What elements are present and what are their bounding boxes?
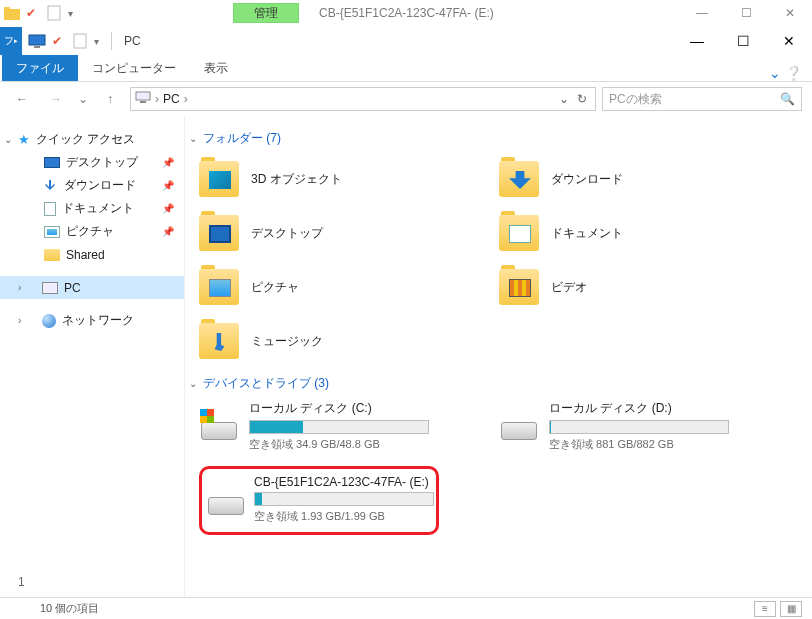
folder-label: 3D オブジェクト [251, 171, 342, 188]
nav-shared[interactable]: Shared [0, 243, 184, 266]
nav-up-button[interactable]: ↑ [96, 87, 124, 111]
ribbon-expand-button[interactable]: ⌄ ❔ [769, 65, 812, 81]
breadcrumb-pc[interactable]: PC [163, 92, 180, 106]
svg-rect-1 [4, 7, 10, 10]
nav-label: ダウンロード [64, 177, 136, 194]
address-end-controls: ⌄ ↻ [559, 92, 591, 106]
nav-recent-button[interactable]: ⌄ [76, 87, 90, 111]
usage-fill [550, 421, 551, 433]
desktop-icon [44, 157, 60, 168]
folder-videos[interactable]: ビデオ [499, 263, 739, 311]
nav-label: ネットワーク [62, 312, 134, 329]
view-switcher: ≡ ▦ [754, 601, 802, 617]
nav-pictures[interactable]: ピクチャ 📌 [0, 220, 184, 243]
downloads-icon [44, 179, 58, 193]
folder-label: ミュージック [251, 333, 323, 350]
nav-documents[interactable]: ドキュメント 📌 [0, 197, 184, 220]
crumb-sep-2[interactable]: › [184, 92, 188, 106]
address-bar[interactable]: › PC › ⌄ ↻ [130, 87, 596, 111]
nav-network[interactable]: › ネットワーク [0, 309, 184, 332]
manage-tab[interactable]: 管理 [233, 3, 299, 23]
maximize-button[interactable]: ☐ [720, 26, 766, 56]
file-menu-corner[interactable]: フ▸ [0, 27, 22, 55]
nav-desktop[interactable]: デスクトップ 📌 [0, 151, 184, 174]
quick-access-toolbar-2: ✔ ▾ PC [28, 32, 145, 50]
search-input[interactable]: PCの検索 🔍 [602, 87, 802, 111]
documents-icon [499, 215, 539, 251]
drive-c[interactable]: ローカル ディスク (C:) 空き領域 34.9 GB/48.8 GB [199, 400, 439, 452]
chevron-right-icon[interactable]: › [18, 282, 21, 293]
check-icon-1[interactable]: ✔ [26, 6, 40, 20]
pin-icon: 📌 [162, 180, 174, 191]
svg-rect-5 [74, 34, 86, 48]
drive-free: 空き領域 34.9 GB/48.8 GB [249, 437, 439, 452]
chevron-down-icon[interactable]: ⌄ [189, 378, 197, 389]
ribbon-tabs: ファイル コンピューター 表示 ⌄ ❔ [0, 56, 812, 82]
downloads-icon [499, 161, 539, 197]
nav-forward-button[interactable]: → [42, 87, 70, 111]
folder-label: ピクチャ [251, 279, 299, 296]
pictures-icon [199, 269, 239, 305]
usage-bar [549, 420, 729, 434]
tab-view[interactable]: 表示 [190, 55, 242, 81]
view-details-button[interactable]: ≡ [754, 601, 776, 617]
inner-maximize-button[interactable]: ☐ [724, 0, 768, 26]
folder-downloads[interactable]: ダウンロード [499, 155, 739, 203]
highlighted-drive-e: CB-{E51F1C2A-123C-47FA- (E:) 空き領域 1.93 G… [199, 466, 439, 535]
videos-icon [499, 269, 539, 305]
folder-desktop[interactable]: デスクトップ [199, 209, 439, 257]
drive-icon [499, 400, 539, 440]
folder-documents[interactable]: ドキュメント [499, 209, 739, 257]
check-icon-2[interactable]: ✔ [52, 34, 66, 48]
close-button[interactable]: ✕ [766, 26, 812, 56]
drive-d[interactable]: ローカル ディスク (D:) 空き領域 881 GB/882 GB [499, 400, 739, 452]
pc-titlelabel: PC [124, 34, 141, 48]
monitor-icon[interactable] [28, 34, 46, 48]
group-label: デバイスとドライブ (3) [203, 375, 329, 392]
network-icon [42, 314, 56, 328]
nav-downloads[interactable]: ダウンロード 📌 [0, 174, 184, 197]
minimize-button[interactable]: — [674, 26, 720, 56]
folder-3d-objects[interactable]: 3D オブジェクト [199, 155, 439, 203]
crumb-sep[interactable]: › [155, 92, 159, 106]
svg-rect-0 [4, 9, 20, 20]
drive-e[interactable]: CB-{E51F1C2A-123C-47FA- (E:) 空き領域 1.93 G… [208, 475, 428, 524]
nav-pc[interactable]: › PC [0, 276, 184, 299]
folder-label: ドキュメント [551, 225, 623, 242]
folder-icon[interactable] [4, 5, 20, 21]
address-dropdown-button[interactable]: ⌄ [559, 92, 569, 106]
inner-minimize-button[interactable]: — [680, 0, 724, 26]
svg-rect-7 [140, 101, 146, 103]
folder-label: ダウンロード [551, 171, 623, 188]
folder-music[interactable]: ミュージック [199, 317, 439, 365]
drive-free: 空き領域 881 GB/882 GB [549, 437, 739, 452]
nav-back-button[interactable]: ← [8, 87, 36, 111]
folder-label: デスクトップ [251, 225, 323, 242]
address-row: ← → ⌄ ↑ › PC › ⌄ ↻ PCの検索 🔍 [0, 82, 812, 116]
svg-rect-4 [34, 46, 40, 48]
nav-quick-access[interactable]: ⌄ ★ クイック アクセス [0, 128, 184, 151]
drive-icon [208, 475, 244, 515]
usage-fill [255, 493, 262, 505]
usage-bar [254, 492, 434, 506]
svg-rect-6 [136, 92, 150, 100]
refresh-button[interactable]: ↻ [577, 92, 587, 106]
qat-overflow-2[interactable]: ▾ [94, 36, 99, 47]
group-header-drives[interactable]: ⌄ デバイスとドライブ (3) [189, 375, 806, 392]
inner-close-button[interactable]: ✕ [768, 0, 812, 26]
blank-doc-icon-2[interactable] [72, 33, 88, 49]
chevron-down-icon[interactable]: ⌄ [189, 133, 197, 144]
blank-doc-icon[interactable] [46, 5, 62, 21]
content-pane: ⌄ フォルダー (7) 3D オブジェクト ダウンロード デスクトップ ドキュメ… [185, 116, 812, 597]
chevron-right-icon[interactable]: › [18, 315, 21, 326]
tab-file[interactable]: ファイル [2, 55, 78, 81]
qat-overflow-1[interactable]: ▾ [68, 8, 73, 19]
nav-label: ピクチャ [66, 223, 114, 240]
view-icons-button[interactable]: ▦ [780, 601, 802, 617]
tab-computer[interactable]: コンピューター [78, 55, 190, 81]
group-header-folders[interactable]: ⌄ フォルダー (7) [189, 130, 806, 147]
pin-icon: 📌 [162, 203, 174, 214]
folder-label: ビデオ [551, 279, 587, 296]
chevron-down-icon[interactable]: ⌄ [4, 134, 12, 145]
folder-pictures[interactable]: ピクチャ [199, 263, 439, 311]
